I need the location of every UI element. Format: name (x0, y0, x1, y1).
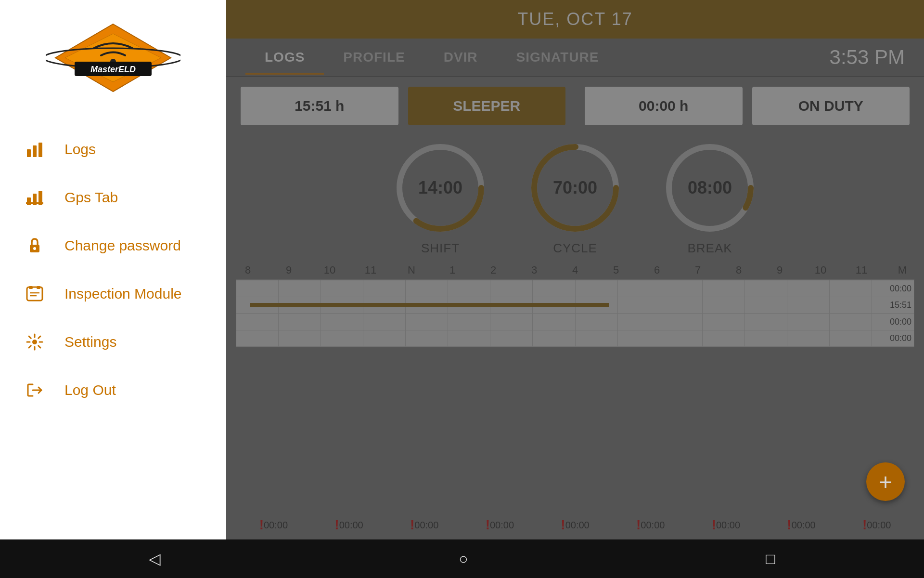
nav-items: Logs Gps Tab Change password (0, 116, 226, 424)
bottom-group-3: ! 00:00 (386, 517, 462, 533)
bottom-time-6: 00:00 (641, 520, 665, 531)
ruler-N: N (404, 264, 419, 276)
sidebar-item-logout[interactable]: Log Out (0, 366, 226, 414)
settings-icon (24, 331, 45, 353)
svg-rect-17 (37, 286, 40, 289)
android-home-button[interactable]: ○ (459, 550, 468, 568)
timeline-row-3 (236, 314, 914, 330)
svg-rect-8 (38, 143, 42, 157)
ruler-M: M (895, 264, 910, 276)
bottom-time-2: 00:00 (339, 520, 363, 531)
bottom-group-4: ! 00:00 (462, 517, 538, 533)
exclamation-5: ! (561, 517, 565, 533)
svg-text:MasterELD: MasterELD (90, 65, 136, 74)
sidebar-item-inspection[interactable]: Inspection Module (0, 270, 226, 318)
gauge-break: 08:00 BREAK (662, 140, 758, 256)
timeline-label-2: 15:51 (890, 300, 911, 310)
gauge-shift-circle: 14:00 (392, 140, 488, 236)
svg-point-20 (32, 340, 37, 344)
bottom-group-5: ! 00:00 (538, 517, 613, 533)
fab-icon: + (879, 469, 892, 495)
bottom-time-4: 00:00 (490, 520, 514, 531)
sidebar-item-label-logs: Logs (64, 141, 96, 158)
logo: MasterELD (46, 19, 180, 96)
ruler-9: 9 (282, 264, 296, 276)
logo-area: MasterELD (0, 0, 226, 116)
timeline-grid: 00:00 15:51 00:00 00:00 (236, 280, 914, 347)
ruler-10: 10 (322, 264, 337, 276)
on-duty-time: 00:00 h (639, 98, 688, 114)
status-card-sleeper[interactable]: 15:51 h (241, 87, 398, 125)
sidebar-item-logs[interactable]: Logs (0, 125, 226, 173)
svg-rect-6 (27, 149, 31, 157)
fab-add-button[interactable]: + (866, 462, 905, 501)
sidebar-item-label-settings: Settings (64, 334, 116, 350)
timeline-bar (250, 303, 609, 307)
status-card-on-duty-label[interactable]: ON DUTY (752, 87, 910, 125)
exclamation-7: ! (712, 517, 716, 533)
gauge-shift-label: SHIFT (421, 241, 460, 256)
sidebar-item-label-gps: Gps Tab (64, 189, 118, 206)
ruler-8: 8 (241, 264, 255, 276)
android-back-button[interactable]: ◁ (149, 550, 161, 568)
tab-logs[interactable]: LOGS (245, 40, 324, 75)
sidebar-item-settings[interactable]: Settings (0, 318, 226, 366)
sidebar-item-password[interactable]: Change password (0, 222, 226, 270)
gauge-cycle-circle: 70:00 (527, 140, 623, 236)
bottom-group-7: ! 00:00 (688, 517, 764, 533)
tab-profile[interactable]: PROFILE (324, 40, 424, 75)
svg-rect-12 (26, 202, 43, 204)
timeline-row-1 (236, 280, 914, 297)
ruler-labels: 8 9 10 11 N 1 2 3 4 5 6 7 8 9 10 11 M (236, 264, 914, 276)
svg-rect-16 (29, 286, 33, 289)
ruler-11: 11 (363, 264, 378, 276)
bottom-group-8: ! 00:00 (764, 517, 839, 533)
inspect-icon (24, 283, 45, 304)
sidebar-item-label-password: Change password (64, 237, 181, 254)
sidebar: MasterELD Logs Gps Tab (0, 0, 226, 539)
exclamation-2: ! (334, 517, 339, 533)
gauge-shift: 14:00 SHIFT (392, 140, 488, 256)
ruler-3: 3 (527, 264, 541, 276)
ruler-6: 6 (650, 264, 664, 276)
gauge-cycle-value: 70:00 (553, 178, 597, 198)
exclamation-9: ! (862, 517, 867, 533)
status-card-sleeper-label[interactable]: SLEEPER (408, 87, 566, 125)
exclamation-1: ! (259, 517, 264, 533)
exclamation-4: ! (486, 517, 490, 533)
gauges-row: 14:00 SHIFT 70:00 CYCLE (226, 130, 924, 261)
bottom-time-1: 00:00 (264, 520, 288, 531)
sidebar-item-gps[interactable]: Gps Tab (0, 173, 226, 222)
gauge-shift-value: 14:00 (418, 178, 462, 198)
bottom-group-1: ! 00:00 (236, 517, 311, 533)
header-bar: TUE, OCT 17 (226, 0, 924, 39)
exclamation-6: ! (636, 517, 641, 533)
tabs-row: LOGS PROFILE DVIR SIGNATURE 3:53 PM (226, 39, 924, 77)
bottom-time-5: 00:00 (565, 520, 590, 531)
tabs-container: LOGS PROFILE DVIR SIGNATURE (245, 40, 618, 75)
exclamation-8: ! (787, 517, 791, 533)
tab-dvir[interactable]: DVIR (424, 40, 497, 75)
content-panel: TUE, OCT 17 LOGS PROFILE DVIR SIGNATURE … (226, 0, 924, 539)
current-time: 3:53 PM (830, 46, 905, 69)
android-recent-button[interactable]: □ (766, 550, 775, 568)
exclamation-3: ! (410, 517, 414, 533)
status-row: 15:51 h SLEEPER 00:00 h ON DUTY (226, 77, 924, 130)
bottom-time-8: 00:00 (792, 520, 816, 531)
bottom-group-9: ! 00:00 (839, 517, 914, 533)
timeline-labels-right: 00:00 15:51 00:00 00:00 (890, 280, 914, 347)
status-card-on-duty-time[interactable]: 00:00 h (585, 87, 743, 125)
timeline-row-2 (236, 297, 914, 314)
timeline-label-3: 00:00 (890, 317, 911, 327)
sidebar-item-label-logout: Log Out (64, 382, 116, 398)
timeline-rows (236, 280, 914, 347)
ruler-10b: 10 (813, 264, 828, 276)
tab-signature[interactable]: SIGNATURE (497, 40, 618, 75)
bottom-group-6: ! 00:00 (613, 517, 688, 533)
logout-icon (24, 380, 45, 401)
gauge-cycle-label: CYCLE (553, 241, 597, 256)
gps-icon (24, 187, 45, 208)
ruler-2: 2 (486, 264, 500, 276)
svg-point-14 (33, 247, 36, 250)
timeline-label-4: 00:00 (890, 333, 911, 343)
